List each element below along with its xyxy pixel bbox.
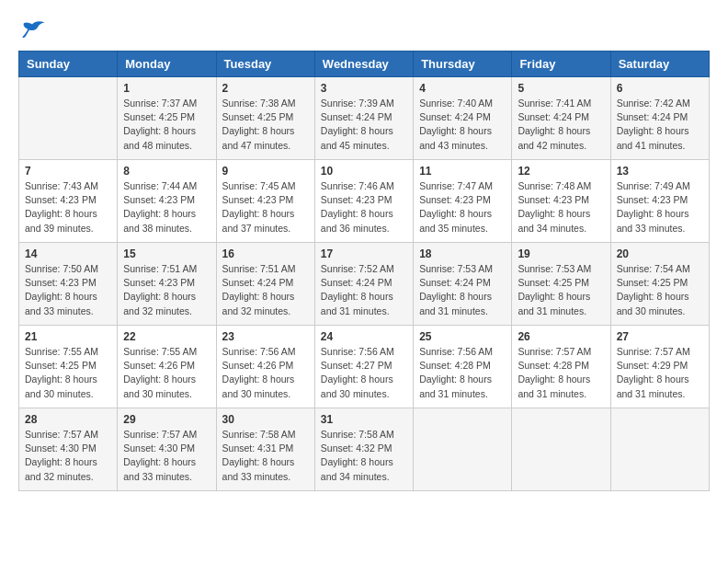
calendar-day-cell: 31Sunrise: 7:58 AMSunset: 4:32 PMDayligh… (314, 408, 413, 491)
day-number: 7 (25, 165, 111, 178)
calendar-day-cell: 25Sunrise: 7:56 AMSunset: 4:28 PMDayligh… (414, 326, 512, 408)
calendar-week-row: 21Sunrise: 7:55 AMSunset: 4:25 PMDayligh… (19, 326, 710, 408)
calendar-day-cell: 17Sunrise: 7:52 AMSunset: 4:24 PMDayligh… (314, 243, 413, 326)
calendar-day-cell: 7Sunrise: 7:43 AMSunset: 4:23 PMDaylight… (19, 160, 118, 243)
calendar-day-cell (19, 77, 118, 160)
calendar-day-cell: 26Sunrise: 7:57 AMSunset: 4:28 PMDayligh… (512, 326, 610, 408)
day-info: Sunrise: 7:50 AMSunset: 4:23 PMDaylight:… (25, 262, 111, 318)
day-info: Sunrise: 7:58 AMSunset: 4:32 PMDaylight:… (321, 428, 407, 484)
calendar-day-cell: 21Sunrise: 7:55 AMSunset: 4:25 PMDayligh… (19, 326, 118, 408)
calendar-day-cell (512, 408, 610, 491)
day-info: Sunrise: 7:56 AMSunset: 4:28 PMDaylight:… (419, 345, 506, 401)
day-info: Sunrise: 7:55 AMSunset: 4:25 PMDaylight:… (25, 345, 111, 401)
day-info: Sunrise: 7:56 AMSunset: 4:27 PMDaylight:… (321, 345, 407, 401)
day-number: 21 (25, 330, 111, 343)
calendar-day-cell: 10Sunrise: 7:46 AMSunset: 4:23 PMDayligh… (314, 160, 413, 243)
calendar-day-cell: 11Sunrise: 7:47 AMSunset: 4:23 PMDayligh… (414, 160, 512, 243)
calendar-week-row: 14Sunrise: 7:50 AMSunset: 4:23 PMDayligh… (19, 243, 710, 326)
day-number: 11 (419, 165, 506, 178)
calendar-day-cell: 6Sunrise: 7:42 AMSunset: 4:24 PMDaylight… (610, 77, 709, 160)
day-info: Sunrise: 7:43 AMSunset: 4:23 PMDaylight:… (25, 179, 111, 236)
calendar-table: SundayMondayTuesdayWednesdayThursdayFrid… (18, 51, 710, 491)
day-number: 20 (617, 247, 703, 260)
day-info: Sunrise: 7:57 AMSunset: 4:30 PMDaylight:… (123, 428, 210, 484)
day-number: 10 (321, 165, 407, 178)
calendar-day-cell: 2Sunrise: 7:38 AMSunset: 4:25 PMDaylight… (216, 77, 314, 160)
calendar-header-row: SundayMondayTuesdayWednesdayThursdayFrid… (19, 52, 710, 77)
day-number: 16 (222, 247, 309, 260)
calendar-day-cell: 19Sunrise: 7:53 AMSunset: 4:25 PMDayligh… (512, 243, 610, 326)
day-number: 2 (222, 82, 309, 95)
day-info: Sunrise: 7:37 AMSunset: 4:25 PMDaylight:… (123, 97, 210, 153)
day-info: Sunrise: 7:51 AMSunset: 4:23 PMDaylight:… (123, 262, 210, 318)
day-info: Sunrise: 7:54 AMSunset: 4:25 PMDaylight:… (617, 262, 703, 318)
calendar-day-cell: 5Sunrise: 7:41 AMSunset: 4:24 PMDaylight… (512, 77, 610, 160)
page-header (18, 18, 710, 41)
day-info: Sunrise: 7:53 AMSunset: 4:24 PMDaylight:… (419, 262, 506, 318)
day-number: 22 (123, 330, 210, 343)
day-number: 25 (419, 330, 506, 343)
calendar-day-cell: 23Sunrise: 7:56 AMSunset: 4:26 PMDayligh… (216, 326, 314, 408)
calendar-day-cell: 22Sunrise: 7:55 AMSunset: 4:26 PMDayligh… (118, 326, 216, 408)
day-number: 19 (518, 247, 604, 260)
calendar-day-cell: 9Sunrise: 7:45 AMSunset: 4:23 PMDaylight… (216, 160, 314, 243)
day-number: 27 (617, 330, 703, 343)
day-info: Sunrise: 7:57 AMSunset: 4:29 PMDaylight:… (617, 345, 703, 401)
day-number: 12 (518, 165, 604, 178)
day-info: Sunrise: 7:55 AMSunset: 4:26 PMDaylight:… (123, 345, 210, 401)
day-number: 1 (123, 82, 210, 95)
day-info: Sunrise: 7:47 AMSunset: 4:23 PMDaylight:… (419, 179, 506, 236)
day-number: 17 (321, 247, 407, 260)
day-info: Sunrise: 7:44 AMSunset: 4:23 PMDaylight:… (123, 179, 210, 236)
day-number: 15 (123, 247, 210, 260)
day-number: 24 (321, 330, 407, 343)
calendar-day-cell: 8Sunrise: 7:44 AMSunset: 4:23 PMDaylight… (118, 160, 216, 243)
day-info: Sunrise: 7:46 AMSunset: 4:23 PMDaylight:… (321, 179, 407, 236)
day-info: Sunrise: 7:49 AMSunset: 4:23 PMDaylight:… (617, 179, 703, 236)
calendar-header-friday: Friday (512, 52, 610, 77)
calendar-day-cell: 18Sunrise: 7:53 AMSunset: 4:24 PMDayligh… (414, 243, 512, 326)
day-info: Sunrise: 7:51 AMSunset: 4:24 PMDaylight:… (222, 262, 309, 318)
day-number: 4 (419, 82, 506, 95)
day-number: 28 (25, 413, 111, 426)
calendar-day-cell (414, 408, 512, 491)
day-info: Sunrise: 7:42 AMSunset: 4:24 PMDaylight:… (617, 97, 703, 153)
day-number: 29 (123, 413, 210, 426)
calendar-day-cell: 30Sunrise: 7:58 AMSunset: 4:31 PMDayligh… (216, 408, 314, 491)
calendar-day-cell: 13Sunrise: 7:49 AMSunset: 4:23 PMDayligh… (610, 160, 709, 243)
day-number: 8 (123, 165, 210, 178)
logo (18, 18, 50, 41)
day-number: 3 (321, 82, 407, 95)
calendar-week-row: 1Sunrise: 7:37 AMSunset: 4:25 PMDaylight… (19, 77, 710, 160)
day-info: Sunrise: 7:48 AMSunset: 4:23 PMDaylight:… (518, 179, 604, 236)
calendar-day-cell: 15Sunrise: 7:51 AMSunset: 4:23 PMDayligh… (118, 243, 216, 326)
day-info: Sunrise: 7:38 AMSunset: 4:25 PMDaylight:… (222, 97, 309, 153)
calendar-day-cell: 4Sunrise: 7:40 AMSunset: 4:24 PMDaylight… (414, 77, 512, 160)
calendar-header-monday: Monday (118, 52, 216, 77)
calendar-header-wednesday: Wednesday (314, 52, 413, 77)
calendar-day-cell (610, 408, 709, 491)
calendar-day-cell: 20Sunrise: 7:54 AMSunset: 4:25 PMDayligh… (610, 243, 709, 326)
calendar-day-cell: 12Sunrise: 7:48 AMSunset: 4:23 PMDayligh… (512, 160, 610, 243)
day-info: Sunrise: 7:58 AMSunset: 4:31 PMDaylight:… (222, 428, 309, 484)
calendar-header-tuesday: Tuesday (216, 52, 314, 77)
calendar-day-cell: 29Sunrise: 7:57 AMSunset: 4:30 PMDayligh… (118, 408, 216, 491)
day-number: 9 (222, 165, 309, 178)
calendar-day-cell: 14Sunrise: 7:50 AMSunset: 4:23 PMDayligh… (19, 243, 118, 326)
day-number: 6 (617, 82, 703, 95)
day-number: 30 (222, 413, 309, 426)
day-number: 18 (419, 247, 506, 260)
calendar-header-sunday: Sunday (19, 52, 118, 77)
day-info: Sunrise: 7:57 AMSunset: 4:30 PMDaylight:… (25, 428, 111, 484)
calendar-week-row: 7Sunrise: 7:43 AMSunset: 4:23 PMDaylight… (19, 160, 710, 243)
day-number: 14 (25, 247, 111, 260)
day-info: Sunrise: 7:52 AMSunset: 4:24 PMDaylight:… (321, 262, 407, 318)
day-number: 5 (518, 82, 604, 95)
day-info: Sunrise: 7:53 AMSunset: 4:25 PMDaylight:… (518, 262, 604, 318)
day-number: 13 (617, 165, 703, 178)
calendar-day-cell: 3Sunrise: 7:39 AMSunset: 4:24 PMDaylight… (314, 77, 413, 160)
calendar-header-saturday: Saturday (610, 52, 709, 77)
day-number: 23 (222, 330, 309, 343)
day-info: Sunrise: 7:40 AMSunset: 4:24 PMDaylight:… (419, 97, 506, 153)
calendar-day-cell: 27Sunrise: 7:57 AMSunset: 4:29 PMDayligh… (610, 326, 709, 408)
